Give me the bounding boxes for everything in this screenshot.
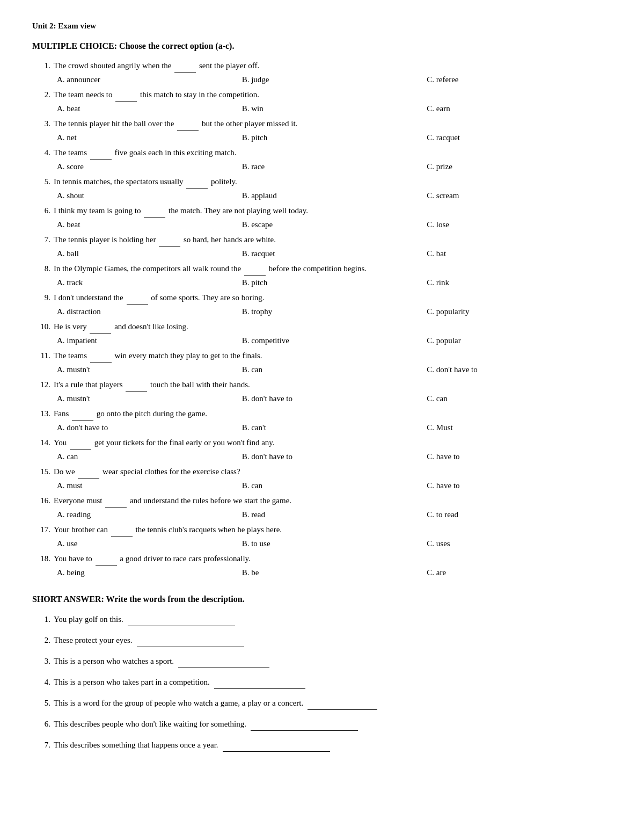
question-item: 2.The team needs to this match to stay i… <box>38 89 612 114</box>
sa-text: This is a person who takes part in a com… <box>54 676 612 689</box>
option-c: C. prize <box>427 161 612 173</box>
options-row: A. beingB. beC. are <box>57 567 612 579</box>
options-row: A. beatB. escapeC. lose <box>57 219 612 231</box>
question-text: The tennis player hit the ball over the … <box>54 118 612 130</box>
question-number: 16. <box>38 496 54 505</box>
option-c: C. can <box>427 393 612 405</box>
short-answer-section: SHORT ANSWER: Write the words from the d… <box>32 594 612 752</box>
option-a: A. must <box>57 480 242 492</box>
question-item: 16.Everyone must and understand the rule… <box>38 495 612 520</box>
question-item: 15.Do we wear special clothes for the ex… <box>38 466 612 491</box>
sa-answer-line <box>214 676 305 689</box>
answer-blank <box>126 379 147 391</box>
options-row: A. mustn'tB. don't have toC. can <box>57 393 612 405</box>
answer-blank <box>96 553 117 565</box>
options-row: A. readingB. readC. to read <box>57 509 612 521</box>
answer-blank <box>115 89 137 101</box>
option-a: A. mustn't <box>57 393 242 405</box>
question-item: 14.You get your tickets for the final ea… <box>38 437 612 462</box>
question-number: 1. <box>38 61 54 70</box>
option-c: C. racquet <box>427 132 612 144</box>
question-item: 17.Your brother can the tennis club's ra… <box>38 524 612 549</box>
options-row: A. mustB. canC. have to <box>57 480 612 492</box>
unit-title: Unit 2: Exam view <box>32 21 612 31</box>
options-row: A. canB. don't have toC. have to <box>57 451 612 463</box>
option-a: A. beat <box>57 219 242 231</box>
question-item: 9.I don't understand the of some sports.… <box>38 292 612 317</box>
question-number: 13. <box>38 409 54 418</box>
short-answer-title: SHORT ANSWER: Write the words from the d… <box>32 594 612 604</box>
options-row: A. mustn'tB. canC. don't have to <box>57 364 612 376</box>
option-a: A. ball <box>57 248 242 260</box>
question-item: 13.Fans go onto the pitch during the gam… <box>38 408 612 433</box>
question-text: The teams win every match they play to g… <box>54 350 612 362</box>
question-text: It's a rule that players touch the ball … <box>54 379 612 391</box>
sa-answer-line <box>308 697 377 710</box>
options-row: A. impatientB. competitiveC. popular <box>57 335 612 347</box>
question-text: The crowd shouted angrily when the sent … <box>54 60 612 72</box>
options-row: A. beatB. winC. earn <box>57 103 612 115</box>
option-b: B. competitive <box>242 335 427 347</box>
option-a: A. net <box>57 132 242 144</box>
option-a: A. mustn't <box>57 364 242 376</box>
question-text: The team needs to this match to stay in … <box>54 89 612 101</box>
sa-answer-line <box>178 655 269 668</box>
question-number: 3. <box>38 119 54 128</box>
option-a: A. distraction <box>57 306 242 318</box>
question-number: 6. <box>38 206 54 215</box>
options-row: A. useB. to useC. uses <box>57 538 612 550</box>
question-text: In the Olympic Games, the competitors al… <box>54 263 612 275</box>
question-item: 10.He is very and doesn't like losing.A.… <box>38 321 612 346</box>
sa-number: 1. <box>38 613 54 626</box>
answer-blank <box>111 524 133 536</box>
option-c: C. lose <box>427 219 612 231</box>
question-text: Everyone must and understand the rules b… <box>54 495 612 507</box>
option-b: B. win <box>242 103 427 115</box>
sa-number: 3. <box>38 655 54 668</box>
option-a: A. use <box>57 538 242 550</box>
short-answer-item: 4.This is a person who takes part in a c… <box>38 676 612 689</box>
option-c: C. to read <box>427 509 612 521</box>
option-b: B. to use <box>242 538 427 550</box>
answer-blank <box>90 350 112 362</box>
question-item: 6.I think my team is going to the match.… <box>38 205 612 230</box>
option-b: B. judge <box>242 74 427 86</box>
question-item: 8.In the Olympic Games, the competitors … <box>38 263 612 288</box>
answer-blank <box>127 292 148 304</box>
question-item: 7.The tennis player is holding her so ha… <box>38 234 612 259</box>
answer-blank <box>90 147 112 159</box>
question-text: You get your tickets for the final early… <box>54 437 612 449</box>
question-number: 2. <box>38 90 54 99</box>
option-a: A. shout <box>57 190 242 202</box>
option-b: B. can <box>242 480 427 492</box>
answer-blank <box>70 437 91 449</box>
multiple-choice-title: MULTIPLE CHOICE: Choose the correct opti… <box>32 41 612 51</box>
options-row: A. announcerB. judgeC. referee <box>57 74 612 86</box>
option-c: C. referee <box>427 74 612 86</box>
question-text: You have to a good driver to race cars p… <box>54 553 612 565</box>
question-text: In tennis matches, the spectators usuall… <box>54 176 612 188</box>
sa-number: 4. <box>38 676 54 688</box>
option-a: A. track <box>57 277 242 289</box>
question-item: 4.The teams five goals each in this exci… <box>38 147 612 172</box>
answer-blank <box>72 408 93 420</box>
sa-text: These protect your eyes. <box>54 634 612 647</box>
question-number: 14. <box>38 438 54 447</box>
short-answer-item: 6.This describes people who don't like w… <box>38 717 612 731</box>
short-answer-item: 1.You play golf on this. <box>38 613 612 626</box>
sa-number: 7. <box>38 738 54 751</box>
option-c: C. rink <box>427 277 612 289</box>
answer-blank <box>186 176 208 188</box>
question-item: 1.The crowd shouted angrily when the sen… <box>38 60 612 85</box>
sa-text: This is a word for the group of people w… <box>54 697 612 710</box>
option-a: A. impatient <box>57 335 242 347</box>
option-b: B. pitch <box>242 277 427 289</box>
question-number: 12. <box>38 380 54 389</box>
question-number: 15. <box>38 467 54 476</box>
answer-blank <box>177 118 199 130</box>
sa-number: 6. <box>38 717 54 730</box>
short-answer-list: 1.You play golf on this. 2.These protect… <box>38 613 612 752</box>
short-answer-item: 3.This is a person who watches a sport. <box>38 655 612 668</box>
option-c: C. bat <box>427 248 612 260</box>
option-b: B. be <box>242 567 427 579</box>
